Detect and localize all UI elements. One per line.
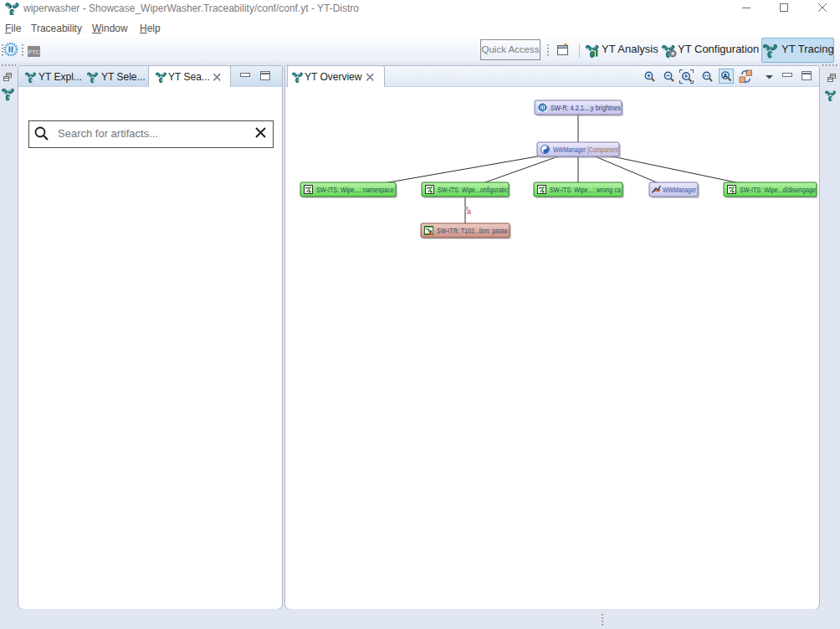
svg-text:PTC: PTC [28,49,40,55]
svg-text:SW-ITS: Wipe...: wrong ca: SW-ITS: Wipe...: wrong ca [550,186,621,194]
svg-text:SW-ITS: Wipe...: namespace: SW-ITS: Wipe...: namespace [316,186,394,194]
svg-text:SW-ITS: Wipe...onfiguratic: SW-ITS: Wipe...onfiguratic [438,186,508,194]
svg-text:WWManager: WWManager [663,186,696,194]
svg-text:WWManager [Component: WWManager [Component [553,146,618,154]
svg-text:SW-ITR: T102...tion: passe: SW-ITR: T102...tion: passe [437,227,508,235]
svg-text:A: A [723,72,728,79]
svg-text:SW-R: 4.2.1....y brightnes: SW-R: 4.2.1....y brightnes [551,104,621,112]
svg-text:a: a [467,207,471,216]
svg-text:SW-ITS: Wipe...d/disengage: SW-ITS: Wipe...d/disengage [740,186,816,194]
